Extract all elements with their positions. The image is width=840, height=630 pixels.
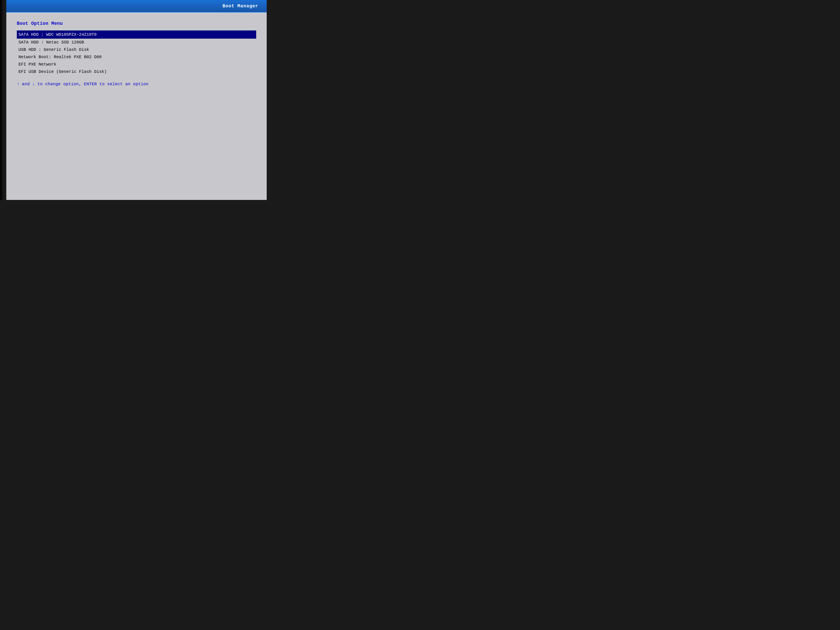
boot-item-usb-hdd[interactable]: USB HDD : Generic Flash Disk [17,46,256,53]
boot-item-efi-pxe[interactable]: EFI PXE Network [17,61,256,68]
content-area: Boot Option Menu SATA HDD : WDC WD10SPZX… [6,13,267,200]
boot-menu: SATA HDD : WDC WD10SPZX-24Z10T0SATA HDD … [17,30,256,76]
boot-item-network-boot[interactable]: Network Boot: Realtek PXE B02 D00 [17,53,256,61]
boot-item-efi-usb[interactable]: EFI USB Device (Generic Flash Disk) [17,68,256,76]
bios-screen: Boot Manager Boot Option Menu SATA HDD :… [6,0,267,200]
section-title: Boot Option Menu [17,21,256,26]
hint-text: ↑ and ↓ to change option, ENTER to selec… [17,82,256,87]
boot-item-sata-hdd-2[interactable]: SATA HDD : Netac SSD 120GB [17,39,256,46]
title-bar: Boot Manager [6,0,267,13]
boot-item-sata-hdd-1[interactable]: SATA HDD : WDC WD10SPZX-24Z10T0 [17,30,256,39]
title-bar-text: Boot Manager [223,3,258,9]
